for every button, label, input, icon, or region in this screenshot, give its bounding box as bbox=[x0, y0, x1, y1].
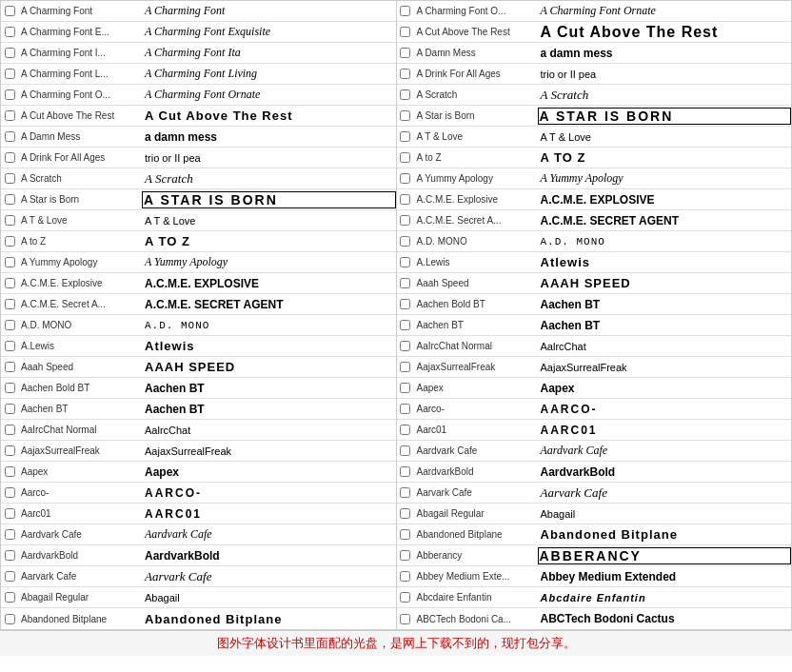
font-checkbox[interactable] bbox=[5, 404, 15, 414]
font-checkbox[interactable] bbox=[400, 362, 410, 372]
font-preview: a damn mess bbox=[538, 47, 792, 60]
font-row: Aachen Bold BTAachen BT bbox=[397, 294, 792, 315]
font-preview: Abagail bbox=[538, 508, 792, 520]
font-checkbox[interactable] bbox=[5, 614, 15, 624]
font-checkbox[interactable] bbox=[400, 131, 410, 142]
font-checkbox[interactable] bbox=[400, 550, 410, 561]
font-checkbox[interactable] bbox=[5, 89, 15, 100]
font-checkbox[interactable] bbox=[5, 110, 15, 121]
checkbox-cell bbox=[397, 383, 414, 393]
font-name: A Yummy Apology bbox=[18, 257, 142, 267]
font-row: A to ZA TO Z bbox=[397, 148, 792, 168]
font-checkbox[interactable] bbox=[400, 215, 410, 226]
font-checkbox[interactable] bbox=[5, 341, 15, 351]
checkbox-cell bbox=[1, 425, 18, 435]
font-checkbox[interactable] bbox=[5, 529, 15, 540]
font-checkbox[interactable] bbox=[5, 425, 15, 435]
font-checkbox[interactable] bbox=[400, 299, 410, 309]
font-name: A Yummy Apology bbox=[414, 173, 538, 184]
font-checkbox[interactable] bbox=[400, 404, 410, 414]
font-name: Aarco- bbox=[18, 487, 142, 498]
font-checkbox[interactable] bbox=[400, 173, 410, 184]
font-checkbox[interactable] bbox=[5, 27, 15, 37]
font-checkbox[interactable] bbox=[5, 299, 15, 309]
font-checkbox[interactable] bbox=[400, 383, 410, 393]
font-checkbox[interactable] bbox=[400, 466, 410, 477]
font-row: A Charming Font I...A Charming Font Ita bbox=[1, 43, 396, 64]
font-preview: ABCTech Bodoni Cactus bbox=[538, 612, 792, 625]
font-name: AardvarkBold bbox=[414, 466, 538, 477]
font-checkbox[interactable] bbox=[400, 152, 410, 163]
font-checkbox[interactable] bbox=[400, 529, 410, 540]
font-row: A Yummy ApologyA Yummy Apology bbox=[1, 252, 396, 273]
font-row: AaIrcChat NormalAalrcChat bbox=[1, 420, 396, 441]
font-checkbox[interactable] bbox=[400, 445, 410, 456]
font-checkbox[interactable] bbox=[400, 257, 410, 267]
font-checkbox[interactable] bbox=[5, 173, 15, 184]
font-checkbox[interactable] bbox=[400, 614, 410, 624]
font-checkbox[interactable] bbox=[5, 48, 15, 58]
font-name: A Scratch bbox=[414, 89, 538, 100]
font-checkbox[interactable] bbox=[400, 236, 410, 247]
font-checkbox[interactable] bbox=[5, 592, 15, 603]
checkbox-cell bbox=[397, 466, 414, 477]
font-checkbox[interactable] bbox=[400, 592, 410, 603]
font-row: A.C.M.E. Secret A...A.C.M.E. SECRET AGEN… bbox=[1, 294, 396, 315]
font-checkbox[interactable] bbox=[5, 550, 15, 561]
checkbox-cell bbox=[397, 27, 414, 37]
right-column: A Charming Font O...A Charming Font Orna… bbox=[397, 1, 792, 629]
font-preview: Aardvark Cafe bbox=[142, 527, 396, 542]
font-checkbox[interactable] bbox=[5, 131, 15, 142]
font-preview: A Yummy Apology bbox=[142, 255, 396, 269]
font-checkbox[interactable] bbox=[400, 571, 410, 582]
font-row: A to ZA TO Z bbox=[1, 231, 396, 252]
font-checkbox[interactable] bbox=[5, 571, 15, 582]
checkbox-cell bbox=[397, 550, 414, 561]
font-checkbox[interactable] bbox=[400, 320, 410, 330]
font-checkbox[interactable] bbox=[5, 236, 15, 247]
font-checkbox[interactable] bbox=[400, 48, 410, 58]
font-checkbox[interactable] bbox=[5, 6, 15, 16]
font-name: Aachen BT bbox=[414, 320, 538, 330]
checkbox-cell bbox=[1, 48, 18, 58]
font-checkbox[interactable] bbox=[400, 69, 410, 79]
font-checkbox[interactable] bbox=[400, 27, 410, 37]
font-checkbox[interactable] bbox=[400, 508, 410, 519]
font-checkbox[interactable] bbox=[5, 487, 15, 498]
font-checkbox[interactable] bbox=[5, 194, 15, 205]
font-name: Abagail Regular bbox=[414, 508, 538, 519]
font-checkbox[interactable] bbox=[5, 383, 15, 393]
font-checkbox[interactable] bbox=[400, 110, 410, 121]
font-checkbox[interactable] bbox=[5, 508, 15, 519]
font-checkbox[interactable] bbox=[400, 487, 410, 498]
font-checkbox[interactable] bbox=[5, 152, 15, 163]
font-row: Aaah SpeedAAAH SPEED bbox=[1, 357, 396, 378]
checkbox-cell bbox=[1, 299, 18, 309]
left-column: A Charming FontA Charming FontA Charming… bbox=[1, 1, 397, 629]
font-checkbox[interactable] bbox=[5, 445, 15, 456]
font-name: Aapex bbox=[18, 466, 142, 477]
checkbox-cell bbox=[1, 529, 18, 540]
font-row: A Yummy ApologyA Yummy Apology bbox=[397, 168, 792, 189]
font-checkbox[interactable] bbox=[5, 215, 15, 226]
font-checkbox[interactable] bbox=[5, 278, 15, 288]
font-preview: A Charming Font Exquisite bbox=[142, 25, 396, 39]
font-name: A T & Love bbox=[18, 215, 142, 226]
font-preview: A Charming Font Living bbox=[142, 67, 396, 81]
font-checkbox[interactable] bbox=[5, 69, 15, 79]
font-checkbox[interactable] bbox=[400, 278, 410, 288]
font-name: Abandoned Bitplane bbox=[18, 614, 142, 624]
font-checkbox[interactable] bbox=[400, 425, 410, 435]
font-checkbox[interactable] bbox=[400, 6, 410, 16]
font-checkbox[interactable] bbox=[400, 194, 410, 205]
font-checkbox[interactable] bbox=[5, 320, 15, 330]
font-row: A T & LoveA T & Love bbox=[1, 210, 396, 231]
font-checkbox[interactable] bbox=[5, 257, 15, 267]
font-preview: Aachen BT bbox=[142, 403, 396, 416]
font-name: A.C.M.E. Secret A... bbox=[18, 299, 142, 309]
font-checkbox[interactable] bbox=[5, 466, 15, 477]
font-checkbox[interactable] bbox=[5, 362, 15, 372]
font-checkbox[interactable] bbox=[400, 89, 410, 100]
font-checkbox[interactable] bbox=[400, 341, 410, 351]
font-preview: Aachen BT bbox=[538, 319, 792, 332]
